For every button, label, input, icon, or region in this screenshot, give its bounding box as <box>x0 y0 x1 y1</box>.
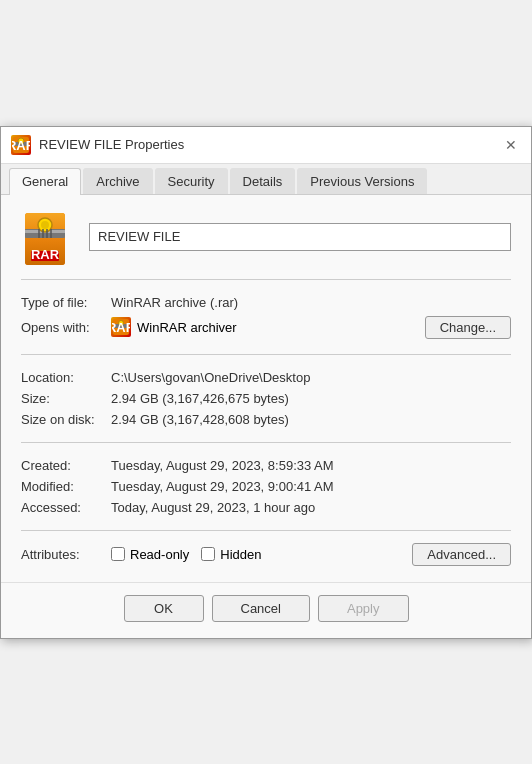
properties-window: RAR REVIEW FILE Properties ✕ General Arc… <box>0 126 532 639</box>
app-icon: RAR <box>111 317 131 337</box>
apply-button[interactable]: Apply <box>318 595 409 622</box>
window-title: REVIEW FILE Properties <box>39 137 184 152</box>
title-bar-left: RAR REVIEW FILE Properties <box>11 135 184 155</box>
tab-archive[interactable]: Archive <box>83 168 152 194</box>
size-section: Location: C:\Users\govan\OneDrive\Deskto… <box>21 367 511 430</box>
size-disk-label: Size on disk: <box>21 412 111 427</box>
svg-text:RAR: RAR <box>12 138 30 153</box>
window-icon: RAR <box>11 135 31 155</box>
size-disk-row: Size on disk: 2.94 GB (3,167,428,608 byt… <box>21 409 511 430</box>
tab-general[interactable]: General <box>9 168 81 195</box>
close-button[interactable]: ✕ <box>501 135 521 155</box>
hidden-label: Hidden <box>220 547 261 562</box>
divider-4 <box>21 530 511 531</box>
svg-point-9 <box>41 221 49 229</box>
type-row: Type of file: WinRAR archive (.rar) <box>21 292 511 313</box>
size-value: 2.94 GB (3,167,426,675 bytes) <box>111 391 511 406</box>
readonly-checkbox[interactable] <box>111 547 125 561</box>
modified-value: Tuesday, August 29, 2023, 9:00:41 AM <box>111 479 511 494</box>
size-disk-value: 2.94 GB (3,167,428,608 bytes) <box>111 412 511 427</box>
attributes-controls: Read-only Hidden Advanced... <box>111 543 511 566</box>
type-section: Type of file: WinRAR archive (.rar) Open… <box>21 292 511 342</box>
advanced-button[interactable]: Advanced... <box>412 543 511 566</box>
divider-2 <box>21 354 511 355</box>
cancel-button[interactable]: Cancel <box>212 595 310 622</box>
location-value: C:\Users\govan\OneDrive\Desktop <box>111 370 511 385</box>
size-label: Size: <box>21 391 111 406</box>
opens-with-app: RAR WinRAR archiver <box>111 317 425 337</box>
file-header: RAR <box>21 211 511 263</box>
created-label: Created: <box>21 458 111 473</box>
tab-bar: General Archive Security Details Previou… <box>1 164 531 195</box>
change-button[interactable]: Change... <box>425 316 511 339</box>
readonly-label: Read-only <box>130 547 189 562</box>
readonly-checkbox-label[interactable]: Read-only <box>111 547 189 562</box>
size-row: Size: 2.94 GB (3,167,426,675 bytes) <box>21 388 511 409</box>
svg-text:RAR: RAR <box>31 247 60 262</box>
hidden-checkbox-label[interactable]: Hidden <box>201 547 261 562</box>
location-label: Location: <box>21 370 111 385</box>
footer: OK Cancel Apply <box>1 582 531 638</box>
file-name-input[interactable] <box>89 223 511 251</box>
accessed-row: Accessed: Today, August 29, 2023, 1 hour… <box>21 497 511 518</box>
accessed-value: Today, August 29, 2023, 1 hour ago <box>111 500 511 515</box>
ok-button[interactable]: OK <box>124 595 204 622</box>
divider-1 <box>21 279 511 280</box>
attributes-label: Attributes: <box>21 547 111 562</box>
type-label: Type of file: <box>21 295 111 310</box>
divider-3 <box>21 442 511 443</box>
tab-content: RAR Type of file: WinRAR archive (.rar) … <box>1 195 531 582</box>
location-row: Location: C:\Users\govan\OneDrive\Deskto… <box>21 367 511 388</box>
accessed-label: Accessed: <box>21 500 111 515</box>
dates-section: Created: Tuesday, August 29, 2023, 8:59:… <box>21 455 511 518</box>
modified-row: Modified: Tuesday, August 29, 2023, 9:00… <box>21 476 511 497</box>
svg-text:RAR: RAR <box>112 320 130 335</box>
opens-app-name: WinRAR archiver <box>137 320 237 335</box>
tab-previous-versions[interactable]: Previous Versions <box>297 168 427 194</box>
opens-with-row: Opens with: RAR WinRAR archiver Change..… <box>21 313 511 342</box>
file-icon: RAR <box>21 211 73 263</box>
created-row: Created: Tuesday, August 29, 2023, 8:59:… <box>21 455 511 476</box>
tab-security[interactable]: Security <box>155 168 228 194</box>
tab-details[interactable]: Details <box>230 168 296 194</box>
created-value: Tuesday, August 29, 2023, 8:59:33 AM <box>111 458 511 473</box>
opens-label: Opens with: <box>21 320 111 335</box>
title-bar: RAR REVIEW FILE Properties ✕ <box>1 127 531 164</box>
type-value: WinRAR archive (.rar) <box>111 295 511 310</box>
hidden-checkbox[interactable] <box>201 547 215 561</box>
modified-label: Modified: <box>21 479 111 494</box>
attributes-section: Attributes: Read-only Hidden Advanced... <box>21 543 511 566</box>
